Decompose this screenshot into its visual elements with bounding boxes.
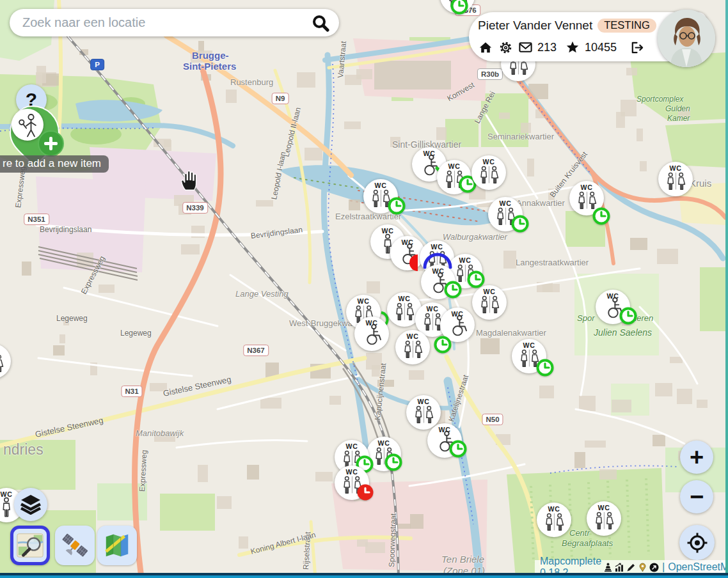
svg-text:WC: WC (580, 184, 592, 191)
map-marker-toilet[interactable]: WC (395, 330, 430, 364)
svg-text:WC: WC (423, 150, 435, 157)
statistics-person-icon[interactable] (603, 563, 613, 572)
opening-hours-badge (432, 334, 454, 355)
message-count[interactable]: 213 (537, 41, 557, 54)
statistics-chart-icon[interactable] (615, 563, 624, 572)
zoom-out-button[interactable]: − (680, 480, 713, 513)
background-map-icon (102, 531, 132, 560)
search-bar[interactable] (10, 9, 339, 36)
opening-hours-badge (354, 481, 376, 503)
logout-icon[interactable] (629, 40, 644, 55)
search-icon[interactable] (311, 13, 330, 33)
svg-text:WC: WC (398, 295, 410, 302)
star-count[interactable]: 10455 (585, 41, 617, 54)
zoom-in-button[interactable]: + (680, 441, 713, 474)
svg-text:WC: WC (426, 305, 438, 313)
copyright-circle-icon[interactable] (649, 563, 659, 572)
svg-text:WC: WC (448, 162, 460, 170)
svg-text:WC: WC (406, 332, 418, 340)
layers-icon (20, 494, 41, 515)
opening-hours-badge (383, 451, 404, 473)
attribution-bar: Mapcomplete 0.18.2 | OpenStreetMap (535, 560, 725, 574)
user-name: Pieter Vander Vennet (478, 19, 592, 33)
svg-text:WC: WC (0, 490, 12, 498)
fix-icon (12, 109, 44, 141)
background-map-button[interactable] (97, 526, 137, 565)
opening-hours-badge (617, 305, 639, 327)
background-satellite-icon (60, 531, 90, 560)
theme-pin-icon[interactable] (638, 563, 647, 572)
svg-text:WC: WC (438, 426, 450, 434)
map-marker-toilet[interactable]: WC (354, 316, 389, 351)
mapcomplete-app: Brugge-Sint-PietersRustenburgVaartstraat… (0, 0, 728, 578)
home-icon[interactable] (478, 40, 493, 55)
opening-hours-badge (590, 205, 612, 227)
right-edge-strip (725, 0, 728, 578)
mail-icon[interactable] (518, 40, 533, 55)
svg-text:WC: WC (345, 442, 358, 450)
svg-text:WC: WC (374, 182, 386, 189)
avatar[interactable] (658, 10, 715, 67)
hand-cursor-icon (178, 169, 202, 193)
bottom-edge-strip (0, 573, 728, 578)
svg-text:WC: WC (483, 288, 495, 295)
svg-text:WC: WC (606, 292, 619, 300)
svg-text:WC: WC (548, 505, 560, 513)
geolocate-icon (687, 533, 708, 553)
opening-hours-badge (386, 195, 408, 217)
geolocate-button[interactable] (679, 525, 715, 560)
svg-text:WC: WC (451, 310, 463, 318)
svg-text:WC: WC (597, 504, 610, 512)
svg-text:WC: WC (381, 227, 393, 235)
svg-text:WC: WC (377, 439, 390, 447)
svg-text:WC: WC (499, 199, 511, 207)
attribution-separator: | (662, 561, 665, 573)
map-markers-layer: WCWCWCWCWCWCWCWCWCWCWCWCWCWCWCWCWCWCWCWC… (0, 0, 728, 578)
opening-hours-badge (442, 279, 464, 301)
edit-pencil-icon[interactable] (626, 563, 636, 572)
background-osm-button[interactable] (10, 526, 50, 565)
search-input[interactable] (21, 15, 311, 31)
svg-text:WC: WC (345, 468, 358, 476)
svg-text:WC: WC (417, 398, 429, 405)
map-marker-toilet[interactable]: WC (658, 162, 693, 196)
svg-text:WC: WC (365, 319, 377, 327)
plus-icon (38, 130, 64, 157)
svg-text:WC: WC (431, 243, 443, 251)
svg-text:WC: WC (482, 158, 495, 166)
map-marker-toilet[interactable]: WC (471, 155, 506, 190)
star-icon[interactable] (565, 40, 580, 55)
svg-text:WC: WC (523, 341, 535, 349)
map-decor-bluearc (422, 252, 453, 270)
svg-text:WC: WC (401, 238, 413, 246)
layers-button[interactable] (14, 488, 47, 521)
gear-icon[interactable] (498, 40, 513, 55)
background-osm-icon (15, 531, 45, 560)
opening-hours-badge (447, 438, 469, 460)
map-marker-toilet[interactable]: WC (0, 344, 11, 379)
map-marker-toilet[interactable]: WC (472, 285, 507, 320)
svg-text:WC: WC (669, 164, 681, 172)
map-marker-toilet[interactable]: WC (537, 503, 571, 537)
testing-badge: TESTING (597, 19, 656, 33)
add-item-tooltip: re to add a new item (0, 155, 109, 173)
opening-hours-badge (509, 213, 531, 235)
opening-hours-badge (448, 0, 470, 17)
svg-text:WC: WC (357, 297, 369, 305)
opening-hours-badge (534, 357, 556, 379)
map-marker-toilet[interactable]: WC (587, 501, 621, 536)
svg-text:WC: WC (459, 256, 471, 264)
background-satellite-button[interactable] (55, 526, 95, 565)
osm-link[interactable]: OpenStreetMap (668, 561, 728, 573)
